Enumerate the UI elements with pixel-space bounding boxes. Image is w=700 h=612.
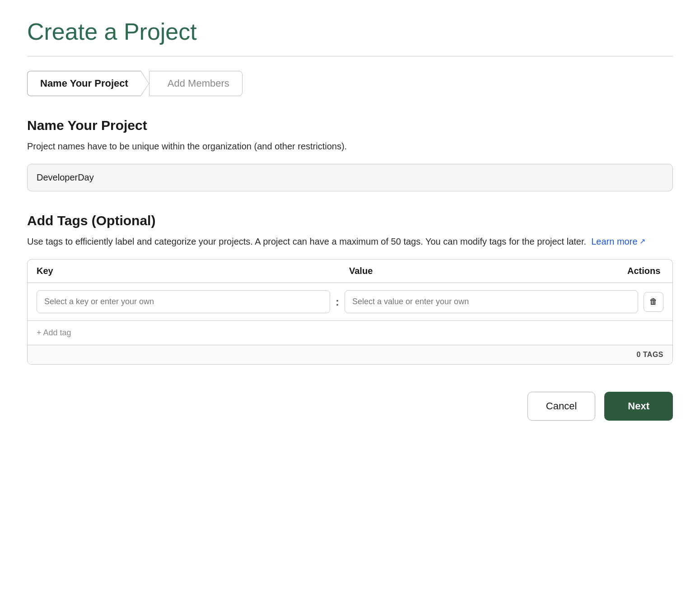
delete-tag-button[interactable]: 🗑 <box>644 292 663 312</box>
page-title: Create a Project <box>27 18 673 45</box>
tags-description-text: Use tags to efficiently label and catego… <box>27 236 586 246</box>
tag-value-input[interactable] <box>345 290 638 313</box>
column-header-value: Value <box>349 266 627 276</box>
step-add-members-label: Add Members <box>168 78 229 89</box>
tags-table-header: Key Value Actions <box>28 260 672 283</box>
footer: Cancel Next <box>27 392 673 421</box>
cancel-button[interactable]: Cancel <box>527 392 595 421</box>
name-section-description: Project names have to be unique within t… <box>27 139 673 153</box>
step-name-project[interactable]: Name Your Project <box>27 71 141 96</box>
tag-separator: : <box>336 296 339 308</box>
header-divider <box>27 56 673 56</box>
next-button[interactable]: Next <box>604 392 673 421</box>
trash-icon: 🗑 <box>649 297 658 306</box>
column-header-key: Key <box>37 266 318 276</box>
name-section-heading: Name Your Project <box>27 118 673 133</box>
name-section: Name Your Project Project names have to … <box>27 118 673 213</box>
stepper: Name Your Project Add Members <box>27 71 673 96</box>
learn-more-link[interactable]: Learn more ↗︎ <box>591 235 645 248</box>
step-name-project-label: Name Your Project <box>40 78 128 89</box>
tags-section-heading: Add Tags (Optional) <box>27 213 673 228</box>
tags-section-description: Use tags to efficiently label and catego… <box>27 235 673 248</box>
external-link-icon: ↗︎ <box>639 236 645 247</box>
project-name-input[interactable] <box>27 164 673 191</box>
tags-count: 0 TAGS <box>28 345 672 364</box>
tags-table: Key Value Actions : 🗑 + Add tag 0 TAGS <box>27 259 673 365</box>
step-add-members[interactable]: Add Members <box>149 71 243 96</box>
column-header-actions: Actions <box>627 266 663 276</box>
tag-input-row: : 🗑 <box>28 283 672 321</box>
tags-section: Add Tags (Optional) Use tags to efficien… <box>27 213 673 365</box>
step-arrow <box>141 71 149 96</box>
add-tag-row[interactable]: + Add tag <box>28 321 672 345</box>
learn-more-label: Learn more <box>591 235 637 248</box>
tag-key-input[interactable] <box>37 290 330 313</box>
